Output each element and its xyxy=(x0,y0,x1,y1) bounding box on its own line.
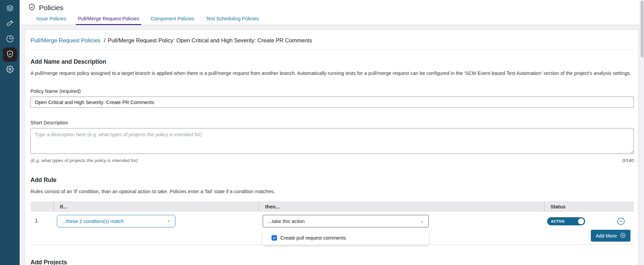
topbar: Policies Issue Policies Pull/Merge Reque… xyxy=(20,0,644,25)
add-more-button-label: Add More xyxy=(596,233,617,239)
breadcrumb-separator: / xyxy=(104,37,106,43)
breadcrumb-current: Pull/Merge Request Policy: Open Critical… xyxy=(108,37,312,43)
chevron-down-icon: ▼ xyxy=(167,220,170,223)
app-window: Policies Issue Policies Pull/Merge Reque… xyxy=(0,0,644,265)
page-title: Policies xyxy=(39,4,63,12)
tab-issue-policies[interactable]: Issue Policies xyxy=(34,13,68,25)
section-heading-add-rule: Add Rule xyxy=(30,177,634,184)
tab-pull-merge-request-policies[interactable]: Pull/Merge Request Policies xyxy=(76,13,141,25)
shield-check-icon xyxy=(28,3,36,12)
if-condition-dropdown[interactable]: ...these 2 condition(s) match ▼ xyxy=(57,215,175,227)
status-cell: ACTIVE xyxy=(544,215,634,227)
character-counter: 0/140 xyxy=(622,158,634,163)
section-heading-name-description: Add Name and Description xyxy=(30,58,634,65)
short-description-hint: (E.g. what types of projects the policy … xyxy=(30,158,138,163)
rule-table: If... then... Status 1. ...these 2 condi… xyxy=(30,201,634,245)
sidebar-item-projects[interactable] xyxy=(3,2,17,16)
sidebar-item-settings[interactable] xyxy=(3,63,17,77)
checkbox-checked-icon[interactable] xyxy=(272,235,277,241)
then-action-dropdown-value: ...take this action xyxy=(268,219,305,224)
vertical-scrollbar[interactable] xyxy=(640,0,644,265)
then-action-dropdown-panel: Create pull request comments xyxy=(263,231,429,245)
policy-name-label: Policy Name (required) xyxy=(30,88,634,94)
test-tube-icon xyxy=(6,20,14,29)
short-description-textarea[interactable] xyxy=(30,128,634,154)
main-area: Policies Issue Policies Pull/Merge Reque… xyxy=(20,0,644,265)
status-toggle-label: ACTIVE xyxy=(547,219,565,223)
tab-component-policies[interactable]: Component Policies xyxy=(149,13,196,25)
short-description-hint-row: (E.g. what types of projects the policy … xyxy=(30,158,634,163)
then-action-dropdown[interactable]: ...take this action ▲ xyxy=(263,215,429,227)
chevron-up-icon: ▲ xyxy=(421,220,424,223)
rule-number: 1. xyxy=(30,215,53,227)
column-header-if: If... xyxy=(53,201,259,212)
policy-name-input[interactable] xyxy=(30,97,634,108)
add-more-button[interactable]: Add More xyxy=(591,230,630,242)
if-cell: ...these 2 condition(s) match ▼ xyxy=(53,215,259,227)
plus-circle-icon xyxy=(620,232,626,239)
then-cell: ...take this action ▲ xyxy=(259,215,544,227)
sidebar-item-reports[interactable] xyxy=(3,32,17,46)
content-card: Pull/Merge Request Policies / Pull/Merge… xyxy=(25,29,638,265)
pie-chart-icon xyxy=(6,35,14,44)
toggle-knob xyxy=(578,218,584,224)
rule-table-header: If... then... Status xyxy=(30,201,634,212)
name-section-description: A pull/merge request policy assigned to … xyxy=(30,70,634,77)
gear-icon xyxy=(6,65,14,75)
rule-table-row: 1. ...these 2 condition(s) match ▼ ...ta… xyxy=(30,212,634,227)
rule-section-description: Rules consist of an 'if' condition, than… xyxy=(30,188,634,195)
sidebar xyxy=(0,0,20,265)
column-header-status: Status xyxy=(544,201,634,212)
tab-test-scheduling-policies[interactable]: Test Scheduling Policies xyxy=(204,13,261,25)
dropdown-option-label: Create pull request comments xyxy=(280,235,346,241)
scrollbar-thumb[interactable] xyxy=(641,1,644,58)
minus-circle-icon xyxy=(617,217,625,225)
section-heading-add-projects: Add Projects xyxy=(30,259,634,265)
remove-rule-button[interactable] xyxy=(617,217,625,225)
page-background: Pull/Merge Request Policies / Pull/Merge… xyxy=(20,25,644,265)
if-condition-dropdown-value: ...these 2 condition(s) match xyxy=(62,219,124,224)
shield-check-icon xyxy=(6,50,14,59)
status-toggle[interactable]: ACTIVE xyxy=(547,217,585,225)
breadcrumb-parent-link[interactable]: Pull/Merge Request Policies xyxy=(30,37,100,43)
short-description-label: Short Description xyxy=(30,120,634,125)
column-header-then: then... xyxy=(259,201,544,212)
sidebar-item-policies[interactable] xyxy=(3,47,17,62)
column-header-number xyxy=(30,201,53,212)
dropdown-option-create-pr-comments[interactable]: Create pull request comments xyxy=(263,235,429,241)
breadcrumb: Pull/Merge Request Policies / Pull/Merge… xyxy=(30,30,634,49)
sidebar-item-tests[interactable] xyxy=(3,17,17,31)
tab-bar: Issue Policies Pull/Merge Request Polici… xyxy=(20,13,644,25)
page-title-row: Policies xyxy=(20,0,644,13)
layers-icon xyxy=(6,4,14,14)
